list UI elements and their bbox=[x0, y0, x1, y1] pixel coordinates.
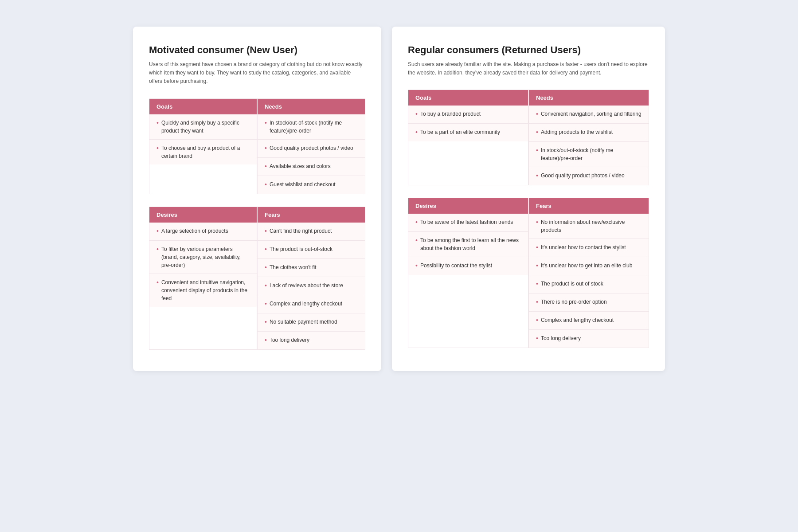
bullet-icon: • bbox=[265, 317, 267, 327]
right-card-title: Regular consumers (Returned Users) bbox=[408, 44, 649, 56]
right-top-grid: Goals • To buy a branded product • To be… bbox=[408, 90, 649, 185]
bullet-icon: • bbox=[265, 245, 267, 254]
list-item: • Possibility to contact the stylist bbox=[408, 257, 528, 275]
left-bottom-grid: Desires • A large selection of products … bbox=[149, 207, 365, 350]
page-wrapper: Motivated consumer (New User) Users of t… bbox=[133, 27, 665, 371]
list-item: • Available sizes and colors bbox=[258, 158, 365, 176]
left-desires-box: Desires • A large selection of products … bbox=[149, 207, 257, 350]
left-desires-body: • A large selection of products • To fil… bbox=[149, 223, 257, 307]
bullet-icon: • bbox=[415, 236, 418, 245]
list-item: • Lack of reviews about the store bbox=[258, 277, 365, 295]
bullet-icon: • bbox=[415, 128, 418, 137]
bullet-icon: • bbox=[265, 281, 267, 290]
right-desires-header: Desires bbox=[408, 198, 528, 214]
list-item: • The product is out-of-stock bbox=[258, 241, 365, 259]
left-fears-header: Fears bbox=[258, 207, 365, 223]
left-card: Motivated consumer (New User) Users of t… bbox=[133, 27, 381, 371]
list-item: • In stock/out-of-stock (notify me featu… bbox=[529, 142, 649, 167]
list-item: • Convenient navigation, sorting and fil… bbox=[529, 106, 649, 124]
left-needs-body: • In stock/out-of-stock (notify me featu… bbox=[258, 114, 365, 194]
right-fears-header: Fears bbox=[529, 198, 649, 214]
bullet-icon: • bbox=[156, 118, 159, 128]
bullet-icon: • bbox=[265, 336, 267, 345]
right-fears-box: Fears • No information about new/exclusi… bbox=[528, 198, 649, 348]
list-item: • Quickly and simply buy a specific prod… bbox=[149, 114, 257, 140]
left-card-description: Users of this segment have chosen a bran… bbox=[149, 60, 365, 86]
list-item: • Complex and lengthy checkout bbox=[258, 295, 365, 313]
list-item: • It's unclear how to get into an elite … bbox=[529, 257, 649, 275]
right-goals-body: • To buy a branded product • To be a par… bbox=[408, 106, 528, 141]
list-item: • Too long delivery bbox=[529, 330, 649, 348]
bullet-icon: • bbox=[536, 171, 538, 180]
bullet-icon: • bbox=[265, 227, 267, 236]
bullet-icon: • bbox=[156, 144, 159, 153]
right-fears-body: • No information about new/exclusive pro… bbox=[529, 214, 649, 348]
right-needs-box: Needs • Convenient navigation, sorting a… bbox=[528, 90, 649, 185]
left-needs-box: Needs • In stock/out-of-stock (notify me… bbox=[257, 98, 365, 194]
bullet-icon: • bbox=[156, 245, 159, 254]
bullet-icon: • bbox=[265, 263, 267, 272]
list-item: • To be a part of an elite community bbox=[408, 124, 528, 141]
left-fears-box: Fears • Can't find the right product • T… bbox=[257, 207, 365, 350]
right-needs-body: • Convenient navigation, sorting and fil… bbox=[529, 106, 649, 185]
bullet-icon: • bbox=[265, 118, 267, 128]
bullet-icon: • bbox=[265, 299, 267, 309]
left-goals-header: Goals bbox=[149, 99, 257, 114]
list-item: • Convenient and intuitive navigation, c… bbox=[149, 274, 257, 307]
list-item: • A large selection of products bbox=[149, 223, 257, 241]
bullet-icon: • bbox=[156, 278, 159, 287]
right-desires-box: Desires • To be aware of the latest fash… bbox=[408, 198, 528, 348]
bullet-icon: • bbox=[536, 218, 538, 227]
bullet-icon: • bbox=[265, 180, 267, 189]
left-goals-box: Goals • Quickly and simply buy a specifi… bbox=[149, 98, 257, 194]
list-item: • To choose and buy a product of a certa… bbox=[149, 140, 257, 164]
list-item: • Guest wishlist and checkout bbox=[258, 176, 365, 194]
list-item: • It's unclear how to contact the stylis… bbox=[529, 239, 649, 257]
bullet-icon: • bbox=[536, 297, 538, 307]
list-item: • No information about new/exclusive pro… bbox=[529, 214, 649, 239]
list-item: • No suitable payment method bbox=[258, 313, 365, 332]
right-goals-box: Goals • To buy a branded product • To be… bbox=[408, 90, 528, 185]
right-goals-header: Goals bbox=[408, 90, 528, 106]
bullet-icon: • bbox=[536, 261, 538, 270]
bullet-icon: • bbox=[415, 261, 418, 270]
list-item: • In stock/out-of-stock (notify me featu… bbox=[258, 114, 365, 140]
list-item: • Adding products to the wishlist bbox=[529, 124, 649, 142]
list-item: • The clothes won't fit bbox=[258, 259, 365, 277]
bullet-icon: • bbox=[265, 144, 267, 153]
right-needs-header: Needs bbox=[529, 90, 649, 106]
bullet-icon: • bbox=[536, 334, 538, 343]
bullet-icon: • bbox=[156, 227, 159, 236]
bullet-icon: • bbox=[536, 243, 538, 252]
bullet-icon: • bbox=[536, 128, 538, 137]
bullet-icon: • bbox=[265, 162, 267, 171]
list-item: • To be aware of the latest fashion tren… bbox=[408, 214, 528, 232]
right-desires-body: • To be aware of the latest fashion tren… bbox=[408, 214, 528, 275]
bullet-icon: • bbox=[536, 279, 538, 289]
list-item: • The product is out of stock bbox=[529, 275, 649, 293]
list-item: • There is no pre-order option bbox=[529, 293, 649, 312]
left-top-grid: Goals • Quickly and simply buy a specifi… bbox=[149, 98, 365, 194]
list-item: • To buy a branded product bbox=[408, 106, 528, 124]
list-item: • Good quality product photos / video bbox=[258, 140, 365, 158]
bullet-icon: • bbox=[536, 146, 538, 155]
bullet-icon: • bbox=[536, 316, 538, 325]
list-item: • To filter by various parameters (brand… bbox=[149, 241, 257, 274]
bullet-icon: • bbox=[415, 218, 418, 227]
right-card-description: Such users are already familiar with the… bbox=[408, 60, 649, 77]
right-card: Regular consumers (Returned Users) Such … bbox=[392, 27, 665, 371]
list-item: • Good quality product photos / video bbox=[529, 167, 649, 185]
right-bottom-grid: Desires • To be aware of the latest fash… bbox=[408, 198, 649, 348]
list-item: • Can't find the right product bbox=[258, 223, 365, 241]
bullet-icon: • bbox=[536, 110, 538, 119]
left-desires-header: Desires bbox=[149, 207, 257, 223]
left-goals-body: • Quickly and simply buy a specific prod… bbox=[149, 114, 257, 164]
left-needs-header: Needs bbox=[258, 99, 365, 114]
left-card-title: Motivated consumer (New User) bbox=[149, 44, 365, 56]
list-item: • Too long delivery bbox=[258, 332, 365, 349]
list-item: • To be among the first to learn all the… bbox=[408, 232, 528, 257]
left-fears-body: • Can't find the right product • The pro… bbox=[258, 223, 365, 349]
bullet-icon: • bbox=[415, 110, 418, 119]
list-item: • Complex and lengthy checkout bbox=[529, 312, 649, 330]
